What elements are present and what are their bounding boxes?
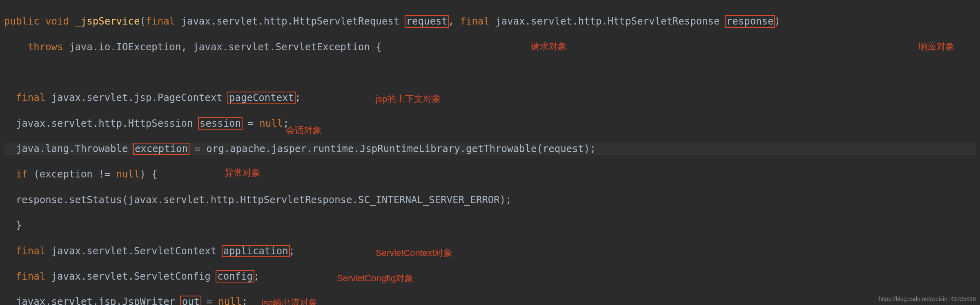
annotation-pagecontext: jsp的上下文对象 bbox=[376, 93, 441, 105]
keyword-throws: throws bbox=[28, 41, 63, 53]
code-block: public void _jspService(final javax.serv… bbox=[0, 0, 980, 305]
annotation-session: 会话对象 bbox=[286, 125, 322, 137]
code-line: if (exception != null) {异常对象 bbox=[4, 168, 976, 181]
annotation-out: jsp输出流对象 bbox=[261, 297, 318, 305]
method-name: _jspService bbox=[75, 16, 140, 27]
param-response: response bbox=[725, 15, 775, 27]
code-line: } bbox=[4, 219, 976, 232]
keyword-void: void bbox=[45, 16, 69, 27]
code-line-highlighted: java.lang.Throwable exception = org.apac… bbox=[4, 143, 976, 155]
annotation-application: ServletContext对象 bbox=[376, 247, 452, 259]
var-application: application bbox=[222, 245, 290, 257]
keyword-final: final bbox=[16, 245, 45, 257]
keyword-if: if bbox=[16, 168, 28, 180]
keyword-final: final bbox=[16, 271, 45, 282]
code-line: javax.servlet.http.HttpSession session =… bbox=[4, 117, 976, 130]
keyword-final: final bbox=[16, 92, 45, 103]
var-out: out bbox=[180, 296, 201, 305]
code-line: final javax.servlet.ServletConfig config… bbox=[4, 270, 976, 283]
var-exception: exception bbox=[133, 143, 189, 155]
code-line: response.setStatus(javax.servlet.http.Ht… bbox=[4, 194, 976, 206]
code-line: public void _jspService(final javax.serv… bbox=[4, 15, 976, 28]
annotation-exception: 异常对象 bbox=[225, 167, 261, 179]
var-session: session bbox=[198, 117, 243, 130]
var-config: config bbox=[216, 270, 254, 283]
keyword-final: final bbox=[146, 16, 175, 27]
param-request: request bbox=[405, 15, 449, 27]
code-line: final javax.servlet.jsp.PageContext page… bbox=[4, 92, 976, 104]
code-line bbox=[4, 66, 976, 79]
code-line: javax.servlet.jsp.JspWriter out = null;j… bbox=[4, 296, 976, 305]
annotation-config: ServletCongfig对象 bbox=[337, 273, 414, 285]
keyword-final: final bbox=[460, 16, 490, 27]
annotation-request: 请求对象 bbox=[531, 41, 567, 53]
watermark: https://blog.csdn.net/weixin_43725818 bbox=[879, 295, 976, 303]
code-line: throws java.io.IOException, javax.servle… bbox=[4, 41, 976, 54]
var-pagecontext: pageContext bbox=[227, 92, 296, 104]
annotation-response: 响应对象 bbox=[919, 41, 955, 53]
code-line: final javax.servlet.ServletContext appli… bbox=[4, 245, 976, 258]
keyword-public: public bbox=[4, 16, 40, 27]
